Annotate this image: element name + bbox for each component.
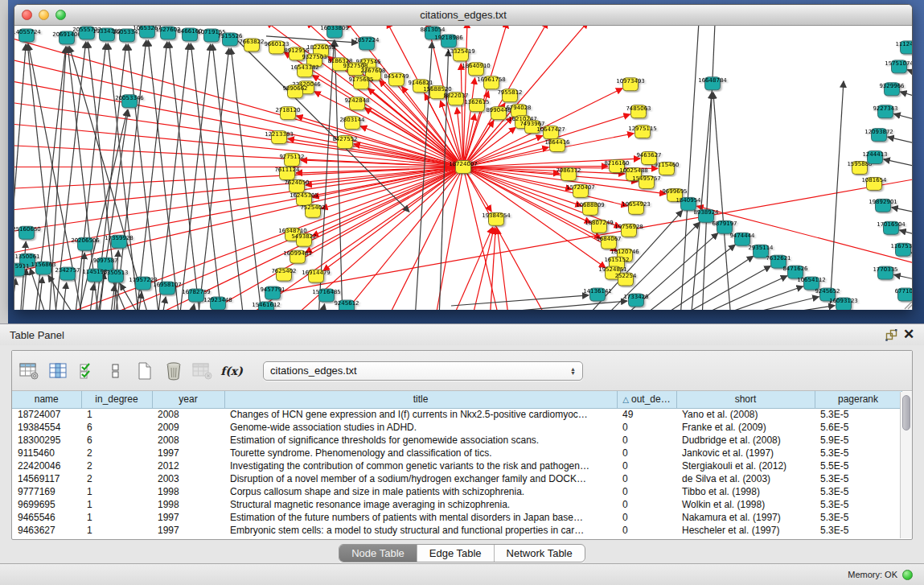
citation-edge-red[interactable] [14,124,463,167]
graph-node[interactable]: 17016504 [877,221,906,234]
network-window-titlebar[interactable]: citations_edges.txt [14,5,912,26]
table-cell[interactable]: Estimation of significance thresholds fo… [224,434,617,447]
row-height-icon[interactable] [105,360,126,381]
graph-node[interactable]: 1350513 [103,270,128,282]
table-row[interactable]: 977716911998Corpus callosum shape and si… [12,485,901,498]
citation-edge-red[interactable] [451,227,493,310]
table-cell[interactable]: 18724007 [12,408,81,421]
column-chooser-icon[interactable] [47,360,68,381]
graph-node[interactable]: 15461612 [252,302,281,310]
citation-edge-black[interactable] [892,208,912,216]
table-cell[interactable]: 0 [617,459,676,472]
table-cell[interactable]: 0 [617,434,676,447]
table-cell[interactable]: 2 [81,459,152,472]
citation-edge-black[interactable] [231,48,262,310]
graph-node[interactable]: 16961758 [477,76,506,89]
table-cell[interactable]: 5.3E-5 [815,485,901,498]
table-cell[interactable]: 5.3E-5 [815,498,901,511]
graph-node[interactable]: 7955812 [497,89,522,102]
table-cell[interactable]: 5.5E-5 [815,459,901,472]
table-cell[interactable]: 1 [81,524,152,537]
select-rows-icon[interactable] [76,360,97,381]
close-panel-icon[interactable]: ✕ [900,328,918,342]
table-settings-icon[interactable] [18,360,39,381]
citation-edge-black[interactable] [162,297,166,310]
graph-node[interactable]: 2718120 [275,107,300,120]
graph-node[interactable]: 1733426 [623,294,648,307]
function-builder-icon[interactable]: f(x) [221,360,242,381]
table-row[interactable]: 1872400712008Changes of HCN gene express… [12,408,901,421]
table-cell[interactable]: Estimation of the future numbers of pati… [224,511,617,524]
graph-node[interactable]: 7525402 [300,204,325,217]
table-cell[interactable]: 5.3E-5 [815,447,901,459]
graph-node[interactable]: 13325419 [446,48,475,61]
table-cell[interactable]: 22420046 [12,459,81,472]
table-cell[interactable]: 18300295 [12,434,81,447]
table-cell[interactable]: 5.3E-5 [815,511,901,524]
table-cell[interactable]: 9463627 [12,524,81,537]
citation-edge-red[interactable] [14,37,463,167]
citation-edge-red[interactable] [322,167,463,209]
graph-node[interactable]: 19654923 [622,201,651,214]
citation-edge-black[interactable] [335,40,343,310]
column-header-year[interactable]: year [152,391,224,408]
graph-node[interactable]: 16914479 [302,270,331,282]
graph-node[interactable]: 1167533 [890,243,912,256]
graph-node[interactable]: 19218986 [434,35,463,47]
graph-node[interactable]: 6879197 [712,220,737,233]
table-cell[interactable]: 6 [81,421,152,434]
citation-edge-black[interactable] [894,274,912,283]
graph-node[interactable]: 7485063 [626,105,651,118]
table-cell[interactable]: 5.6E-5 [815,421,901,434]
graph-node[interactable]: 7986372 [556,167,581,180]
graph-node[interactable]: 16093123 [829,298,858,310]
table-cell[interactable]: Tibbo et al. (1998) [676,485,815,498]
citation-edge-black[interactable] [894,114,912,125]
graph-node[interactable]: 7611124 [274,167,300,179]
graph-node[interactable]: 9175685 [348,76,373,89]
citation-edge-black[interactable] [62,282,67,310]
table-cell[interactable]: 9115460 [12,447,81,459]
graph-node[interactable]: 12975115 [628,126,657,138]
citation-edge-red[interactable] [364,108,463,167]
table-cell[interactable]: 0 [617,524,676,537]
table-scrollbar-thumb[interactable] [902,395,910,431]
table-cell[interactable]: 2 [81,447,152,459]
graph-node[interactable]: 1112484 [895,41,912,54]
table-cell[interactable]: 1998 [152,498,224,511]
table-cell[interactable]: Disruption of a novel member of a sodium… [224,472,617,485]
table-cell[interactable]: 1 [81,485,152,498]
citation-edge-black[interactable] [491,301,627,310]
graph-node[interactable]: 9474444 [729,233,755,245]
table-cell[interactable]: 49 [617,408,676,421]
table-cell[interactable]: Investigating the contribution of common… [224,459,617,472]
table-cell[interactable]: 2008 [152,434,224,447]
graph-node[interactable]: 18807249 [585,220,614,233]
citation-edge-black[interactable] [900,230,912,239]
table-cell[interactable]: 9777169 [12,485,81,498]
graph-node[interactable]: 1770335 [873,266,897,279]
graph-node[interactable]: 16245305 [290,192,318,205]
table-cell[interactable]: 0 [617,447,676,459]
table-cell[interactable]: Dudbridge et al. (2008) [676,434,815,447]
column-header-out_de[interactable]: △out_de… [617,391,676,408]
citation-edge-black[interactable] [829,81,844,310]
column-header-pagerank[interactable]: pagerank [815,391,901,408]
column-header-title[interactable]: title [224,391,617,408]
citation-edge-black[interactable] [702,26,715,310]
delete-icon[interactable] [163,360,184,381]
table-selector-dropdown[interactable]: citations_edges.txt ▲▼ [263,361,583,381]
table-cell[interactable]: Wolkin et al. (1998) [676,498,815,511]
graph-node[interactable]: 12093872 [864,129,893,142]
graph-node[interactable]: 9890662 [282,85,307,98]
table-cell[interactable]: Corpus callosum shape and size in male p… [224,485,617,498]
graph-node[interactable]: 9457791 [260,286,285,299]
graph-node[interactable]: 19756928 [614,224,643,237]
table-cell[interactable]: Stergiakouli et al. (2012) [676,459,815,472]
citation-edge-black[interactable] [136,42,167,310]
table-cell[interactable]: 1997 [152,524,224,537]
table-cell[interactable]: 1997 [152,511,224,524]
table-cell[interactable]: 14569117 [12,472,81,485]
table-cell[interactable]: 9699695 [12,498,81,511]
column-header-in_degree[interactable]: in_degree [81,391,152,408]
